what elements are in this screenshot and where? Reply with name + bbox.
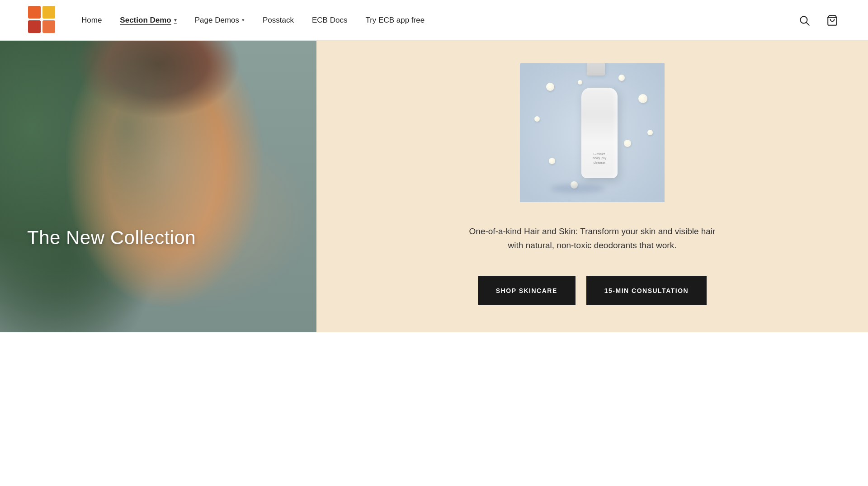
cart-button[interactable] (824, 12, 841, 29)
pearl-2 (618, 75, 625, 81)
search-button[interactable] (796, 12, 813, 29)
cart-icon (826, 14, 838, 26)
product-image: Glossier.dewy jellycleanser (520, 63, 665, 202)
chevron-down-icon: ▾ (242, 17, 245, 23)
pearl-8 (578, 80, 582, 85)
pearl-3 (638, 94, 647, 103)
product-image-inner: Glossier.dewy jellycleanser (520, 63, 665, 202)
svg-rect-3 (42, 20, 55, 33)
site-header: Home Section Demo ▾ Page Demos ▾ Posstac… (0, 0, 868, 41)
bottle-shadow (551, 184, 605, 193)
pearl-4 (534, 116, 540, 122)
bottle-label: Glossier.dewy jellycleanser (585, 152, 614, 164)
svg-rect-0 (28, 6, 41, 19)
bottle-body: Glossier.dewy jellycleanser (581, 88, 618, 178)
pearl-1 (546, 83, 554, 91)
chevron-down-icon: ▾ (174, 17, 177, 23)
search-icon (798, 14, 810, 26)
svg-rect-2 (28, 20, 41, 33)
hero-description: One-of-a-kind Hair and Skin: Transform y… (461, 225, 723, 252)
pearl-6 (549, 158, 555, 164)
logo[interactable] (27, 5, 60, 36)
pearl-5 (624, 140, 631, 147)
nav-posstack[interactable]: Posstack (263, 16, 294, 25)
nav-section-demo[interactable]: Section Demo ▾ (120, 16, 176, 25)
hero-title: The New Collection (27, 227, 196, 249)
nav-ecb-docs[interactable]: ECB Docs (312, 16, 347, 25)
pearl-10 (647, 130, 653, 135)
hero-section: The New Collection (0, 41, 868, 332)
nav-try-ecb[interactable]: Try ECB app free (365, 16, 425, 25)
svg-line-5 (807, 22, 809, 25)
nav-page-demos[interactable]: Page Demos ▾ (195, 16, 245, 25)
hero-right-panel: Glossier.dewy jellycleanser One-of-a-kin… (316, 41, 868, 332)
shop-skincare-button[interactable]: SHOP SKINCARE (478, 276, 576, 305)
consultation-button[interactable]: 15-MIN CONSULTATION (586, 276, 707, 305)
hero-overlay (0, 41, 316, 332)
header-right (796, 12, 841, 29)
nav-home[interactable]: Home (81, 16, 102, 25)
hero-buttons: SHOP SKINCARE 15-MIN CONSULTATION (478, 276, 707, 305)
svg-rect-1 (42, 6, 55, 19)
header-left: Home Section Demo ▾ Page Demos ▾ Posstac… (27, 5, 425, 36)
bottle-cap (587, 63, 605, 75)
main-nav: Home Section Demo ▾ Page Demos ▾ Posstac… (81, 16, 425, 25)
hero-left-panel: The New Collection (0, 41, 316, 332)
